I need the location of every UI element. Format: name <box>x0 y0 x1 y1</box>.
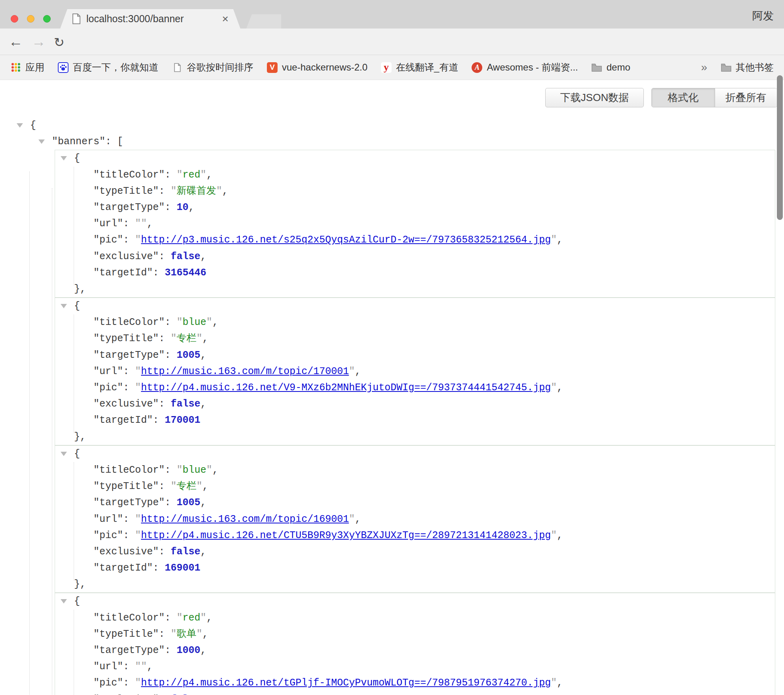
json-line-url: url: http://music.163.com/m/topic/169001… <box>55 511 775 527</box>
json-line-url: url: , <box>55 216 775 232</box>
json-number-value: 170001 <box>165 414 200 426</box>
bookmarks-overflow-chevron[interactable]: » <box>701 61 707 74</box>
json-root-line: { <box>0 117 784 134</box>
page-icon <box>172 62 183 73</box>
json-viewer: { banners: [ { titleColor: red, typeTitl… <box>0 117 784 695</box>
topic-url-link[interactable]: http://music.163.com/m/topic/170001 <box>141 366 349 377</box>
download-json-button[interactable]: 下载JSON数据 <box>545 88 644 107</box>
forward-button[interactable]: → <box>32 34 46 49</box>
window-zoom-button[interactable] <box>43 15 51 23</box>
folder-icon <box>721 62 731 73</box>
json-number-value: 10 <box>177 202 188 213</box>
tab-title: localhost:3000/banner <box>86 13 217 25</box>
topic-url-link[interactable]: http://music.163.com/m/topic/169001 <box>141 514 349 525</box>
json-line-titleColor: titleColor: red, <box>55 610 775 626</box>
profile-name[interactable]: 阿发 <box>752 9 774 23</box>
tab-strip: localhost:3000/banner × 阿发 <box>0 0 784 29</box>
json-number-value: 169001 <box>165 562 200 574</box>
json-line-exclusive: exclusive: false, <box>55 396 775 412</box>
json-line-targetType: targetType: 1005, <box>55 347 775 363</box>
window-minimize-button[interactable] <box>27 15 34 23</box>
tab-close-icon[interactable]: × <box>222 13 228 25</box>
json-number-value: 1005 <box>177 349 200 361</box>
json-key: banners <box>52 136 105 147</box>
vue-icon: V <box>267 62 278 73</box>
json-link-value: http://music.163.com/m/topic/169001 <box>135 514 355 525</box>
json-line-typeTitle: typeTitle: 歌单, <box>55 626 775 642</box>
json-string-value: 专栏 <box>171 333 202 344</box>
json-string-value: blue <box>177 317 212 328</box>
youdao-icon: y <box>381 62 392 73</box>
bookmark-demo-folder[interactable]: demo <box>592 62 630 73</box>
json-link-value: http://music.163.com/m/topic/170001 <box>135 366 355 377</box>
bookmark-google-sort[interactable]: 谷歌按时间排序 <box>172 61 253 74</box>
pic-url-link[interactable]: http://p4.music.126.net/CTU5B9R9y3XyYBZX… <box>141 530 551 541</box>
pic-url-link[interactable]: http://p4.music.126.net/tGPljf-IMOCyPvum… <box>141 677 551 689</box>
bookmarks-bar: 应用 百度一下，你就知道 谷歌按时间排序 V vue-hackernews-2.… <box>0 55 784 80</box>
bookmark-apps[interactable]: 应用 <box>10 61 44 74</box>
format-button[interactable]: 格式化 <box>652 88 715 107</box>
json-link-value: http://p3.music.126.net/s25q2x5QyqsAzilC… <box>135 234 557 246</box>
json-link-value: http://p4.music.126.net/CTU5B9R9y3XyYBZX… <box>135 530 557 541</box>
json-number-value: 1000 <box>177 645 200 656</box>
indent-guide <box>74 462 74 581</box>
bookmark-youdao[interactable]: y 在线翻译_有道 <box>381 61 458 74</box>
json-link-value: http://p4.music.126.net/V9-MXz6b2MNhEKju… <box>135 382 557 393</box>
json-line-targetId: targetId: 170001 <box>55 412 775 428</box>
json-boolean-value: false <box>171 546 200 558</box>
collapse-triangle-icon[interactable] <box>61 304 67 308</box>
json-line-exclusive: exclusive: false, <box>55 248 775 265</box>
browser-tab[interactable]: localhost:3000/banner × <box>60 9 240 29</box>
collapse-triangle-icon[interactable] <box>61 599 67 603</box>
banner-object-4: { titleColor: red, typeTitle: 歌单, target… <box>55 593 775 695</box>
json-line-pic: pic: http://p3.music.126.net/s25q2x5Qyqs… <box>55 232 775 248</box>
window-close-button[interactable] <box>11 15 18 23</box>
json-line-url: url: , <box>55 659 775 675</box>
bookmark-baidu[interactable]: 百度一下，你就知道 <box>58 61 158 74</box>
json-line-typeTitle: typeTitle: 专栏, <box>55 330 775 347</box>
json-boolean-value: false <box>171 251 200 262</box>
collapse-triangle-icon[interactable] <box>61 452 67 456</box>
browser-toolbar: ← → ↻ i localhost:3000/banner ☆ V 英 FE T… <box>0 29 784 55</box>
collapse-triangle-icon[interactable] <box>17 123 23 128</box>
json-string-value: red <box>177 169 206 181</box>
new-tab-button[interactable] <box>246 14 281 29</box>
indent-guide <box>74 610 74 695</box>
json-line-pic: pic: http://p4.music.126.net/CTU5B9R9y3X… <box>55 527 775 544</box>
page-content: 下载JSON数据 格式化 折叠所有 { banners: [ { titleCo… <box>0 80 784 695</box>
json-boolean-value: false <box>171 398 200 410</box>
bookmark-awesomes[interactable]: A Awesomes - 前端资... <box>472 61 578 74</box>
json-empty-string <box>135 218 147 229</box>
scrollbar-thumb[interactable] <box>777 75 783 220</box>
banner-object-3: { titleColor: blue, typeTitle: 专栏, targe… <box>55 445 775 593</box>
json-banners-line: banners: [ <box>0 134 784 150</box>
collapse-all-button[interactable]: 折叠所有 <box>715 88 777 107</box>
indent-guide <box>74 167 74 285</box>
json-line-url: url: http://music.163.com/m/topic/170001… <box>55 363 775 380</box>
json-number-value: 3165446 <box>165 267 206 279</box>
json-line-titleColor: titleColor: blue, <box>55 462 775 478</box>
indent-guide <box>74 315 74 433</box>
collapse-triangle-icon[interactable] <box>38 139 45 144</box>
pic-url-link[interactable]: http://p3.music.126.net/s25q2x5QyqsAzilC… <box>141 234 551 246</box>
reload-button[interactable]: ↻ <box>54 35 65 50</box>
json-line-targetId: targetId: 3165446 <box>55 265 775 281</box>
json-line-exclusive: exclusive: false, <box>55 544 775 560</box>
json-line-targetType: targetType: 1000, <box>55 642 775 659</box>
json-number-value: 1005 <box>177 497 200 508</box>
json-line-typeTitle: typeTitle: 专栏, <box>55 478 775 495</box>
json-string-value: blue <box>177 464 212 476</box>
json-line-typeTitle: typeTitle: 新碟首发, <box>55 183 775 199</box>
bookmark-vue-hackernews[interactable]: V vue-hackernews-2.0 <box>267 62 367 73</box>
pic-url-link[interactable]: http://p4.music.126.net/V9-MXz6b2MNhEKju… <box>141 382 551 393</box>
json-line-targetType: targetType: 1005, <box>55 495 775 511</box>
json-line-targetId: targetId: 169001 <box>55 560 775 576</box>
banner-object-2: { titleColor: blue, typeTitle: 专栏, targe… <box>55 298 775 445</box>
awesomes-icon: A <box>472 62 482 73</box>
json-string-value: 歌单 <box>171 628 202 640</box>
back-button[interactable]: ← <box>9 34 23 49</box>
json-boolean-value: false <box>171 694 200 695</box>
collapse-triangle-icon[interactable] <box>61 156 67 160</box>
banner-object-1: { titleColor: red, typeTitle: 新碟首发, targ… <box>55 150 775 298</box>
bookmark-others-folder[interactable]: 其他书签 <box>721 61 774 74</box>
